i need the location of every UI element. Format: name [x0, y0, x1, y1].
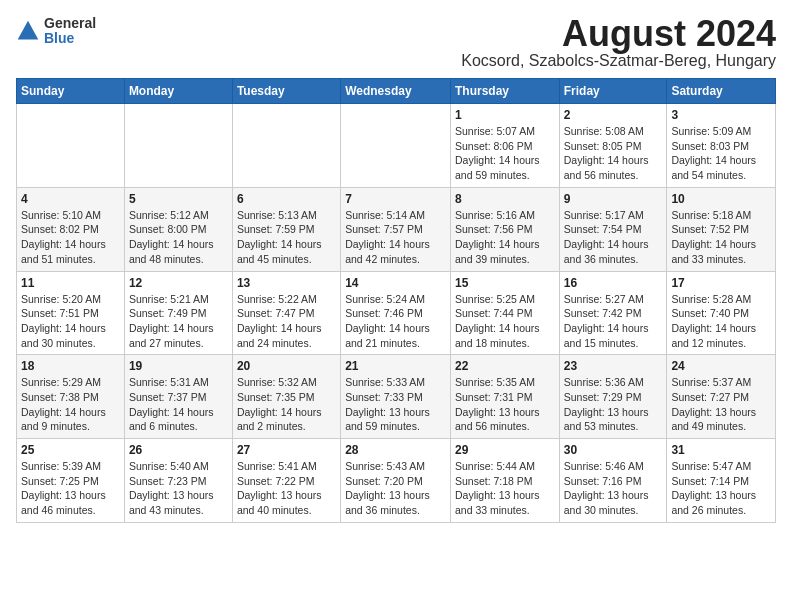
day-info: Sunrise: 5:10 AMSunset: 8:02 PMDaylight:…	[21, 208, 120, 267]
calendar-cell: 28Sunrise: 5:43 AMSunset: 7:20 PMDayligh…	[341, 439, 451, 523]
calendar-cell: 5Sunrise: 5:12 AMSunset: 8:00 PMDaylight…	[124, 187, 232, 271]
calendar-cell: 30Sunrise: 5:46 AMSunset: 7:16 PMDayligh…	[559, 439, 667, 523]
logo-text: General Blue	[44, 16, 96, 47]
day-number: 12	[129, 276, 228, 290]
day-number: 21	[345, 359, 446, 373]
calendar-subtitle: Kocsord, Szabolcs-Szatmar-Bereg, Hungary	[461, 52, 776, 70]
calendar-cell: 17Sunrise: 5:28 AMSunset: 7:40 PMDayligh…	[667, 271, 776, 355]
day-number: 18	[21, 359, 120, 373]
day-info: Sunrise: 5:36 AMSunset: 7:29 PMDaylight:…	[564, 375, 663, 434]
day-number: 2	[564, 108, 663, 122]
day-info: Sunrise: 5:44 AMSunset: 7:18 PMDaylight:…	[455, 459, 555, 518]
day-info: Sunrise: 5:46 AMSunset: 7:16 PMDaylight:…	[564, 459, 663, 518]
calendar-cell: 16Sunrise: 5:27 AMSunset: 7:42 PMDayligh…	[559, 271, 667, 355]
day-info: Sunrise: 5:43 AMSunset: 7:20 PMDaylight:…	[345, 459, 446, 518]
calendar-cell: 22Sunrise: 5:35 AMSunset: 7:31 PMDayligh…	[450, 355, 559, 439]
calendar-header: SundayMondayTuesdayWednesdayThursdayFrid…	[17, 79, 776, 104]
day-info: Sunrise: 5:07 AMSunset: 8:06 PMDaylight:…	[455, 124, 555, 183]
calendar-cell: 19Sunrise: 5:31 AMSunset: 7:37 PMDayligh…	[124, 355, 232, 439]
day-number: 14	[345, 276, 446, 290]
calendar-cell: 9Sunrise: 5:17 AMSunset: 7:54 PMDaylight…	[559, 187, 667, 271]
calendar-cell: 18Sunrise: 5:29 AMSunset: 7:38 PMDayligh…	[17, 355, 125, 439]
day-info: Sunrise: 5:25 AMSunset: 7:44 PMDaylight:…	[455, 292, 555, 351]
day-number: 6	[237, 192, 336, 206]
day-number: 28	[345, 443, 446, 457]
logo-icon	[16, 19, 40, 43]
day-number: 3	[671, 108, 771, 122]
logo-blue: Blue	[44, 31, 96, 46]
day-info: Sunrise: 5:22 AMSunset: 7:47 PMDaylight:…	[237, 292, 336, 351]
day-number: 19	[129, 359, 228, 373]
calendar-cell: 1Sunrise: 5:07 AMSunset: 8:06 PMDaylight…	[450, 104, 559, 188]
day-info: Sunrise: 5:14 AMSunset: 7:57 PMDaylight:…	[345, 208, 446, 267]
day-number: 13	[237, 276, 336, 290]
day-number: 15	[455, 276, 555, 290]
day-info: Sunrise: 5:17 AMSunset: 7:54 PMDaylight:…	[564, 208, 663, 267]
calendar-cell: 26Sunrise: 5:40 AMSunset: 7:23 PMDayligh…	[124, 439, 232, 523]
day-number: 11	[21, 276, 120, 290]
day-number: 20	[237, 359, 336, 373]
calendar-cell	[341, 104, 451, 188]
logo-general: General	[44, 16, 96, 31]
calendar-body: 1Sunrise: 5:07 AMSunset: 8:06 PMDaylight…	[17, 104, 776, 523]
calendar-cell: 8Sunrise: 5:16 AMSunset: 7:56 PMDaylight…	[450, 187, 559, 271]
calendar-cell: 21Sunrise: 5:33 AMSunset: 7:33 PMDayligh…	[341, 355, 451, 439]
calendar-cell: 20Sunrise: 5:32 AMSunset: 7:35 PMDayligh…	[232, 355, 340, 439]
day-number: 27	[237, 443, 336, 457]
calendar-cell: 24Sunrise: 5:37 AMSunset: 7:27 PMDayligh…	[667, 355, 776, 439]
day-info: Sunrise: 5:35 AMSunset: 7:31 PMDaylight:…	[455, 375, 555, 434]
calendar-table: SundayMondayTuesdayWednesdayThursdayFrid…	[16, 78, 776, 523]
day-info: Sunrise: 5:09 AMSunset: 8:03 PMDaylight:…	[671, 124, 771, 183]
day-info: Sunrise: 5:24 AMSunset: 7:46 PMDaylight:…	[345, 292, 446, 351]
day-number: 17	[671, 276, 771, 290]
day-info: Sunrise: 5:13 AMSunset: 7:59 PMDaylight:…	[237, 208, 336, 267]
calendar-cell: 7Sunrise: 5:14 AMSunset: 7:57 PMDaylight…	[341, 187, 451, 271]
calendar-cell: 13Sunrise: 5:22 AMSunset: 7:47 PMDayligh…	[232, 271, 340, 355]
day-number: 1	[455, 108, 555, 122]
day-info: Sunrise: 5:08 AMSunset: 8:05 PMDaylight:…	[564, 124, 663, 183]
calendar-week-1: 1Sunrise: 5:07 AMSunset: 8:06 PMDaylight…	[17, 104, 776, 188]
calendar-cell: 2Sunrise: 5:08 AMSunset: 8:05 PMDaylight…	[559, 104, 667, 188]
day-number: 30	[564, 443, 663, 457]
day-info: Sunrise: 5:37 AMSunset: 7:27 PMDaylight:…	[671, 375, 771, 434]
day-number: 4	[21, 192, 120, 206]
calendar-cell: 23Sunrise: 5:36 AMSunset: 7:29 PMDayligh…	[559, 355, 667, 439]
day-number: 22	[455, 359, 555, 373]
day-info: Sunrise: 5:32 AMSunset: 7:35 PMDaylight:…	[237, 375, 336, 434]
weekday-header-thursday: Thursday	[450, 79, 559, 104]
calendar-cell: 4Sunrise: 5:10 AMSunset: 8:02 PMDaylight…	[17, 187, 125, 271]
weekday-header-wednesday: Wednesday	[341, 79, 451, 104]
day-number: 25	[21, 443, 120, 457]
day-info: Sunrise: 5:12 AMSunset: 8:00 PMDaylight:…	[129, 208, 228, 267]
day-number: 16	[564, 276, 663, 290]
day-info: Sunrise: 5:47 AMSunset: 7:14 PMDaylight:…	[671, 459, 771, 518]
day-info: Sunrise: 5:20 AMSunset: 7:51 PMDaylight:…	[21, 292, 120, 351]
day-info: Sunrise: 5:41 AMSunset: 7:22 PMDaylight:…	[237, 459, 336, 518]
day-number: 23	[564, 359, 663, 373]
calendar-cell: 3Sunrise: 5:09 AMSunset: 8:03 PMDaylight…	[667, 104, 776, 188]
day-info: Sunrise: 5:29 AMSunset: 7:38 PMDaylight:…	[21, 375, 120, 434]
weekday-header-friday: Friday	[559, 79, 667, 104]
title-block: August 2024 Kocsord, Szabolcs-Szatmar-Be…	[461, 16, 776, 70]
svg-marker-0	[18, 21, 39, 40]
page-header: General Blue August 2024 Kocsord, Szabol…	[16, 16, 776, 70]
day-number: 5	[129, 192, 228, 206]
calendar-week-4: 18Sunrise: 5:29 AMSunset: 7:38 PMDayligh…	[17, 355, 776, 439]
calendar-week-2: 4Sunrise: 5:10 AMSunset: 8:02 PMDaylight…	[17, 187, 776, 271]
day-number: 31	[671, 443, 771, 457]
day-info: Sunrise: 5:39 AMSunset: 7:25 PMDaylight:…	[21, 459, 120, 518]
weekday-header-monday: Monday	[124, 79, 232, 104]
day-info: Sunrise: 5:31 AMSunset: 7:37 PMDaylight:…	[129, 375, 228, 434]
day-info: Sunrise: 5:40 AMSunset: 7:23 PMDaylight:…	[129, 459, 228, 518]
day-number: 9	[564, 192, 663, 206]
day-info: Sunrise: 5:21 AMSunset: 7:49 PMDaylight:…	[129, 292, 228, 351]
calendar-week-5: 25Sunrise: 5:39 AMSunset: 7:25 PMDayligh…	[17, 439, 776, 523]
calendar-title: August 2024	[461, 16, 776, 52]
weekday-header-row: SundayMondayTuesdayWednesdayThursdayFrid…	[17, 79, 776, 104]
day-number: 10	[671, 192, 771, 206]
calendar-cell: 25Sunrise: 5:39 AMSunset: 7:25 PMDayligh…	[17, 439, 125, 523]
day-number: 24	[671, 359, 771, 373]
calendar-cell	[124, 104, 232, 188]
logo: General Blue	[16, 16, 96, 47]
day-number: 8	[455, 192, 555, 206]
